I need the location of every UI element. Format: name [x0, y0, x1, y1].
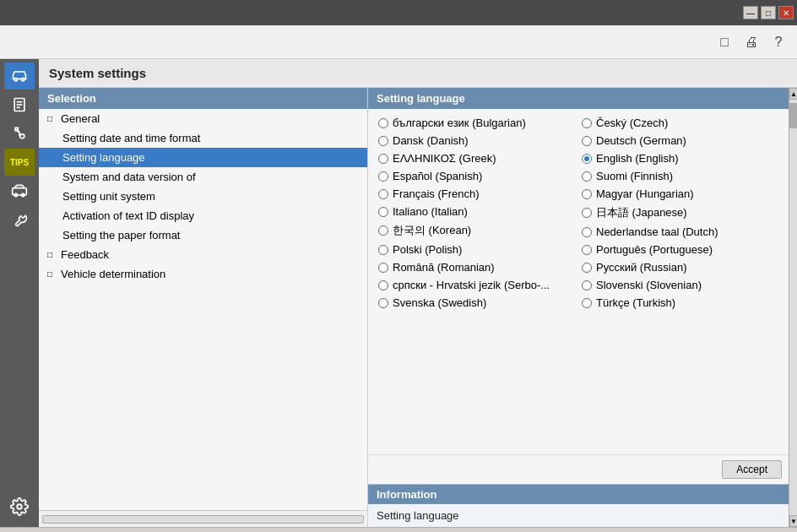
main-window: — □ ✕ □ 🖨 ? TIPS: [0, 0, 797, 532]
lang-label-italian: Italiano (Italian): [393, 205, 468, 218]
lang-item-danish[interactable]: Dansk (Danish): [375, 132, 578, 149]
lang-item-slovenian[interactable]: Slovenski (Slovenian): [578, 276, 782, 294]
radio-czech[interactable]: [582, 118, 592, 128]
tree-label-paper-format: Setting the paper format: [62, 229, 180, 242]
tree-label-language: Setting language: [62, 151, 145, 164]
tree-item-unit-system[interactable]: Setting unit system: [39, 187, 367, 206]
lang-item-romanian[interactable]: Română (Romanian): [375, 258, 578, 276]
radio-swedish[interactable]: [378, 298, 388, 308]
lang-item-spanish[interactable]: Español (Spanish): [375, 167, 578, 185]
tree-header: Selection: [39, 88, 367, 109]
scroll-up-arrow[interactable]: ▲: [789, 88, 797, 100]
maximize-button[interactable]: □: [761, 6, 776, 19]
page-icon[interactable]: □: [714, 32, 735, 52]
lang-label-czech: Český (Czech): [596, 117, 668, 129]
minimize-button[interactable]: —: [743, 6, 758, 19]
sidebar-item-tips[interactable]: TIPS: [4, 149, 35, 176]
print-icon[interactable]: 🖨: [741, 32, 762, 52]
radio-russian[interactable]: [582, 263, 592, 273]
lang-item-portuguese[interactable]: Português (Portuguese): [578, 241, 782, 258]
radio-korean[interactable]: [378, 225, 388, 236]
scroll-thumb[interactable]: [789, 103, 797, 128]
lang-label-finnish: Suomi (Finnish): [596, 170, 673, 182]
tree-item-language[interactable]: Setting language: [39, 148, 367, 167]
radio-spanish[interactable]: [378, 171, 388, 182]
radio-german[interactable]: [582, 136, 592, 146]
radio-romanian[interactable]: [378, 263, 388, 273]
tree-item-general[interactable]: □ General: [39, 109, 367, 128]
radio-english[interactable]: [582, 154, 592, 164]
tree-item-date-time[interactable]: Setting date and time format: [39, 128, 367, 148]
panel-title: System settings: [39, 59, 797, 88]
tree-scrollbar-area: [39, 510, 367, 527]
sidebar-item-car[interactable]: [4, 62, 35, 90]
radio-bulgarian[interactable]: [378, 118, 388, 128]
lang-item-japanese[interactable]: 日本語 (Japanese): [578, 203, 782, 223]
tree-item-paper-format[interactable]: Setting the paper format: [39, 225, 367, 245]
lang-label-romanian: Română (Romanian): [393, 261, 495, 274]
lang-item-swedish[interactable]: Svenska (Swedish): [375, 294, 578, 312]
right-scrollbar[interactable]: ▲ ▼: [789, 88, 797, 527]
lang-item-dutch[interactable]: Nederlandse taal (Dutch): [578, 223, 782, 241]
tree-item-text-id[interactable]: Activation of text ID display: [39, 206, 367, 225]
radio-polish[interactable]: [378, 245, 388, 255]
lang-item-greek[interactable]: ΕΛΛΗΝΙΚΟΣ (Greek): [375, 149, 578, 167]
sidebar-item-car2[interactable]: [4, 177, 35, 204]
language-header: Setting language: [368, 88, 789, 109]
tree-label-feedback: Feedback: [61, 248, 109, 261]
radio-hungarian[interactable]: [582, 189, 592, 199]
lang-item-korean[interactable]: 한국의 (Korean): [375, 220, 578, 241]
lang-item-serbian[interactable]: српски - Hrvatski jezik (Serbo-...: [375, 276, 578, 294]
lang-label-swedish: Svenska (Swedish): [393, 296, 486, 309]
tree-h-scrollbar[interactable]: [42, 515, 364, 524]
lang-item-czech[interactable]: Český (Czech): [578, 114, 782, 132]
lang-label-spanish: Español (Spanish): [393, 170, 482, 182]
lang-item-italian[interactable]: Italiano (Italian): [375, 203, 578, 220]
radio-finnish[interactable]: [582, 171, 592, 182]
tree-label-vehicle: Vehicle determination: [61, 268, 165, 280]
radio-italian[interactable]: [378, 207, 388, 217]
lang-label-dutch: Nederlandse taal (Dutch): [596, 225, 718, 238]
info-header: Information: [368, 485, 789, 504]
accept-button[interactable]: Accept: [722, 460, 782, 479]
tree-content: □ General Setting date and time format S…: [39, 109, 367, 510]
sidebar-item-wrench[interactable]: [4, 206, 35, 233]
lang-item-polish[interactable]: Polski (Polish): [375, 241, 578, 258]
lang-item-hungarian[interactable]: Magyar (Hungarian): [578, 185, 782, 203]
lang-item-finnish[interactable]: Suomi (Finnish): [578, 167, 782, 185]
radio-greek[interactable]: [378, 154, 388, 164]
sidebar-item-settings[interactable]: [4, 493, 35, 520]
radio-turkish[interactable]: [582, 298, 592, 308]
close-button[interactable]: ✕: [778, 6, 794, 19]
lang-item-english[interactable]: English (English): [578, 149, 782, 167]
radio-serbian[interactable]: [378, 280, 388, 290]
lang-item-russian[interactable]: Русский (Russian): [578, 258, 782, 276]
lang-item-bulgarian[interactable]: български език (Bulgarian): [375, 114, 578, 132]
radio-dutch[interactable]: [582, 227, 592, 237]
lang-item-german[interactable]: Deutsch (German): [578, 132, 782, 149]
lang-item-turkish[interactable]: Türkçe (Turkish): [578, 294, 782, 312]
sidebar-item-document[interactable]: [4, 91, 35, 118]
info-content: Setting language: [368, 504, 789, 527]
lang-label-russian: Русский (Russian): [596, 261, 686, 274]
radio-danish[interactable]: [378, 136, 388, 146]
radio-french[interactable]: [378, 189, 388, 199]
help-icon[interactable]: ?: [768, 32, 789, 52]
tree-item-system-data[interactable]: System and data version of: [39, 167, 367, 187]
title-bar: — □ ✕: [0, 0, 797, 25]
lang-label-korean: 한국의 (Korean): [393, 223, 471, 238]
radio-japanese[interactable]: [582, 208, 592, 218]
right-panel: Setting language български език (Bulgari…: [368, 88, 789, 527]
lang-item-french[interactable]: Français (French): [375, 185, 578, 203]
tree-item-feedback[interactable]: □ Feedback: [39, 245, 367, 264]
language-left-column: български език (Bulgarian) Dansk (Danish…: [375, 114, 578, 312]
language-list: български език (Bulgarian) Dansk (Danish…: [368, 109, 789, 454]
tree-item-vehicle[interactable]: □ Vehicle determination: [39, 264, 367, 284]
tree-label-system-data: System and data version of: [62, 171, 196, 183]
sidebar-item-stethoscope[interactable]: [4, 120, 35, 147]
scroll-down-arrow[interactable]: ▼: [789, 515, 797, 527]
radio-portuguese[interactable]: [582, 245, 592, 255]
expand-icon-vehicle: □: [47, 269, 57, 279]
radio-slovenian[interactable]: [582, 280, 592, 290]
tree-panel: Selection □ General Setting date and tim…: [39, 88, 368, 527]
